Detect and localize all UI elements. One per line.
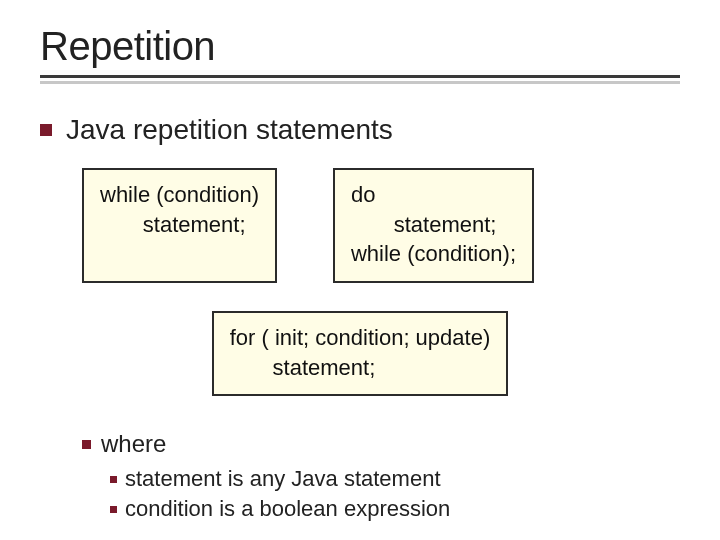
horizontal-rule xyxy=(40,75,680,78)
code-row: while (condition) statement; do statemen… xyxy=(82,168,680,283)
square-bullet-icon xyxy=(82,440,91,449)
sub-bullet-where-text: where xyxy=(101,430,166,458)
code-while-box: while (condition) statement; xyxy=(82,168,277,283)
bullet-main: Java repetition statements xyxy=(40,114,680,146)
bullet-main-text: Java repetition statements xyxy=(66,114,393,146)
content-area: Java repetition statements while (condit… xyxy=(40,114,680,522)
sub-bullet-block: where statement is any Java statement co… xyxy=(82,430,680,522)
list-item-text: statement is any Java statement xyxy=(125,466,441,492)
code-for-box: for ( init; condition; update) statement… xyxy=(212,311,508,396)
page-title: Repetition xyxy=(40,24,680,69)
slide: Repetition Java repetition statements wh… xyxy=(0,0,720,540)
code-do-box: do statement; while (condition); xyxy=(333,168,534,283)
subsub-list: statement is any Java statement conditio… xyxy=(110,466,680,522)
list-item-text: condition is a boolean expression xyxy=(125,496,450,522)
list-item: statement is any Java statement xyxy=(110,466,680,492)
list-item: condition is a boolean expression xyxy=(110,496,680,522)
square-bullet-icon xyxy=(110,476,117,483)
square-bullet-icon xyxy=(40,124,52,136)
square-bullet-icon xyxy=(110,506,117,513)
sub-bullet-where: where xyxy=(82,430,680,458)
